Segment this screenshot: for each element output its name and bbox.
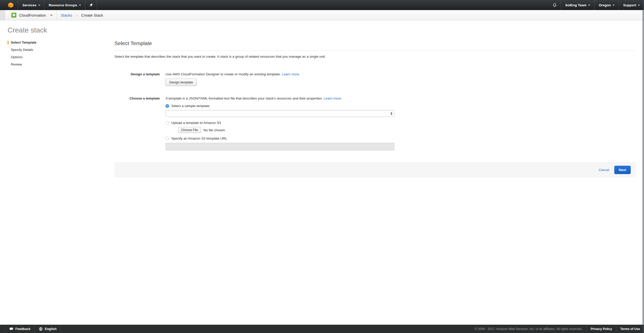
design-template-description: Use AWS CloudFormation Designer to creat…	[166, 72, 636, 76]
sample-template-select[interactable]	[166, 110, 394, 117]
aws-console-screen: Services Resource Groups SolEng Team	[0, 0, 644, 333]
wizard-steps-sidebar: Select Template Specify Details Options …	[8, 41, 98, 70]
choose-file-button[interactable]: Choose File	[178, 127, 201, 133]
choose-template-description: A template is a JSON/YAML-formatted text…	[166, 96, 636, 101]
current-page-label: Create Stack	[81, 13, 103, 17]
chevron-down-icon	[588, 4, 590, 6]
account-label: SolEng Team	[565, 3, 587, 7]
support-label: Support	[623, 3, 636, 7]
choose-description-text: A template is a JSON/YAML-formatted text…	[166, 96, 323, 100]
services-label: Services	[22, 3, 36, 7]
cancel-button[interactable]: Cancel	[599, 168, 609, 172]
resource-groups-label: Resource Groups	[49, 3, 77, 7]
pin-icon	[89, 3, 93, 7]
footer-bar: Feedback English © 2008 - 2017, Amazon W…	[0, 325, 644, 333]
intro-text: Select the template that describes the s…	[114, 55, 636, 58]
chevron-down-icon	[638, 4, 640, 6]
upload-template-option: Upload a template to Amazon S3	[166, 121, 636, 125]
chevron-down-icon	[50, 14, 52, 16]
upload-template-option-label[interactable]: Upload a template to Amazon S3	[171, 121, 221, 125]
notifications-button[interactable]	[549, 0, 561, 10]
choose-template-label: Choose a template	[114, 96, 160, 150]
step-select-template[interactable]: Select Template	[8, 41, 98, 44]
chevron-down-icon	[79, 4, 81, 6]
stacks-link-label: Stacks	[61, 13, 72, 17]
region-menu[interactable]: Oregon	[594, 0, 619, 10]
s3-url-input[interactable]	[166, 143, 394, 150]
breadcrumb-stacks-link[interactable]: Stacks	[57, 10, 76, 20]
service-name: CloudFormation	[19, 13, 46, 17]
cloudformation-icon	[11, 12, 17, 18]
breadcrumb-current-page: Create Stack	[77, 10, 107, 20]
globe-icon	[39, 327, 43, 331]
account-menu[interactable]: SolEng Team	[561, 0, 594, 10]
privacy-policy-link[interactable]: Privacy Policy	[587, 325, 616, 333]
feedback-button[interactable]: Feedback	[5, 325, 34, 333]
resource-groups-menu[interactable]: Resource Groups	[45, 0, 85, 10]
sample-template-radio[interactable]	[166, 104, 169, 108]
feedback-label: Feedback	[15, 327, 30, 331]
s3-url-option: Specify an Amazon S3 template URL	[166, 136, 636, 141]
file-upload-row: Choose File No file chosen	[178, 127, 636, 133]
choose-template-row: Choose a template A template is a JSON/Y…	[114, 96, 636, 150]
top-navigation-bar: Services Resource Groups SolEng Team	[0, 0, 644, 10]
design-template-label: Design a template	[114, 72, 160, 86]
speech-bubble-icon	[9, 327, 13, 331]
pin-shortcut-button[interactable]	[85, 0, 97, 10]
chevron-down-icon	[613, 4, 615, 6]
file-status-text: No file chosen	[204, 128, 225, 132]
heading-divider	[114, 51, 636, 51]
services-menu[interactable]: Services	[18, 0, 44, 10]
aws-cube-icon	[8, 2, 14, 8]
step-options[interactable]: Options	[8, 55, 98, 59]
aws-logo[interactable]	[4, 0, 18, 10]
breadcrumb-left-edge	[0, 10, 5, 20]
s3-url-radio[interactable]	[166, 137, 169, 140]
copyright-text: © 2008 - 2017, Amazon Web Services, Inc.…	[471, 325, 586, 333]
language-button[interactable]: English	[35, 325, 61, 333]
page-title: Create stack	[8, 26, 47, 34]
chevron-down-icon	[38, 4, 40, 6]
s3-url-option-label[interactable]: Specify an Amazon S3 template URL	[171, 136, 227, 141]
step-review[interactable]: Review	[8, 63, 98, 66]
select-stepper-icon	[390, 112, 392, 115]
design-template-row: Design a template Use AWS CloudFormation…	[114, 72, 636, 86]
sample-template-option-label[interactable]: Select a sample template	[171, 104, 210, 108]
support-menu[interactable]: Support	[619, 0, 644, 10]
service-dropdown[interactable]: CloudFormation	[5, 10, 57, 20]
design-learn-more-link[interactable]: Learn more.	[282, 72, 300, 76]
main-content: Select Template Select the template that…	[114, 40, 636, 150]
region-label: Oregon	[599, 3, 611, 7]
next-button[interactable]: Next	[614, 166, 631, 174]
design-description-text: Use AWS CloudFormation Designer to creat…	[166, 72, 281, 76]
sample-template-option: Select a sample template	[166, 104, 636, 108]
upload-template-radio[interactable]	[166, 121, 169, 125]
bell-icon	[552, 3, 557, 7]
breadcrumb: CloudFormation Stacks › Create Stack	[0, 10, 644, 20]
choose-learn-more-link[interactable]: Learn more.	[324, 96, 342, 100]
wizard-action-bar: Cancel Next	[114, 162, 636, 177]
language-label: English	[45, 327, 57, 331]
scrollbar[interactable]	[643, 0, 643, 333]
step-specify-details[interactable]: Specify Details	[8, 48, 98, 52]
design-template-button[interactable]: Design template	[166, 79, 197, 86]
terms-of-use-link[interactable]: Terms of Use	[616, 325, 644, 333]
section-heading: Select Template	[114, 40, 636, 46]
